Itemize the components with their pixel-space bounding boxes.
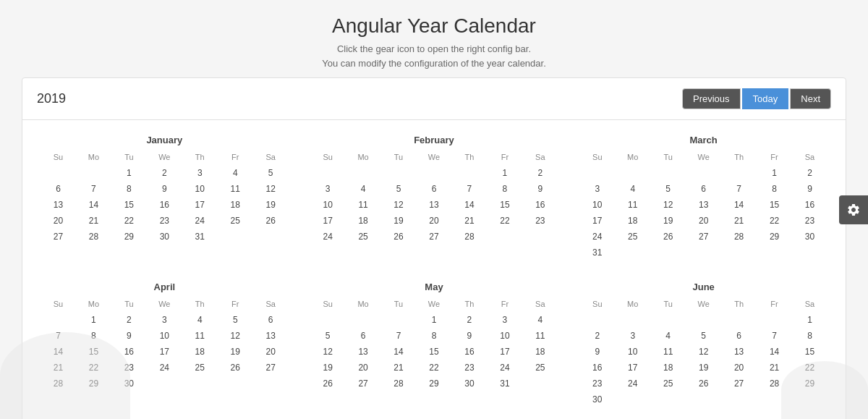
day-cell[interactable]: 12 — [310, 344, 346, 359]
day-cell[interactable]: 21 — [76, 213, 111, 228]
day-cell[interactable]: 1 — [792, 313, 827, 327]
day-cell[interactable]: 25 — [522, 360, 558, 375]
day-cell[interactable]: 26 — [381, 229, 417, 244]
day-cell[interactable]: 12 — [686, 344, 721, 359]
day-cell[interactable]: 4 — [650, 329, 686, 343]
day-cell[interactable]: 8 — [111, 182, 147, 196]
day-cell[interactable]: 1 — [487, 166, 522, 180]
day-cell[interactable]: 1 — [417, 313, 452, 327]
day-cell[interactable]: 20 — [253, 344, 289, 359]
day-cell[interactable]: 18 — [346, 213, 381, 228]
day-cell[interactable]: 20 — [41, 213, 76, 228]
day-cell[interactable]: 15 — [417, 344, 452, 359]
day-cell[interactable]: 6 — [686, 182, 721, 196]
day-cell[interactable]: 12 — [218, 329, 253, 343]
day-cell[interactable]: 15 — [792, 344, 827, 359]
day-cell[interactable]: 25 — [346, 229, 381, 244]
day-cell[interactable]: 25 — [182, 360, 218, 375]
day-cell[interactable]: 4 — [182, 313, 218, 327]
day-cell[interactable]: 10 — [487, 329, 522, 343]
day-cell[interactable]: 28 — [381, 376, 417, 391]
day-cell[interactable]: 5 — [686, 329, 721, 343]
day-cell[interactable]: 26 — [650, 229, 686, 244]
day-cell[interactable]: 21 — [451, 213, 487, 228]
day-cell[interactable]: 26 — [218, 360, 253, 375]
day-cell[interactable]: 17 — [615, 360, 650, 375]
day-cell[interactable]: 26 — [310, 376, 346, 391]
day-cell[interactable]: 4 — [218, 166, 253, 180]
day-cell[interactable]: 16 — [792, 198, 827, 212]
day-cell[interactable]: 19 — [253, 198, 289, 212]
day-cell[interactable]: 10 — [615, 344, 650, 359]
day-cell[interactable]: 17 — [182, 198, 218, 212]
day-cell[interactable]: 22 — [111, 213, 147, 228]
day-cell[interactable]: 21 — [721, 213, 757, 228]
day-cell[interactable]: 23 — [792, 213, 827, 228]
day-cell[interactable]: 7 — [451, 182, 487, 196]
day-cell[interactable]: 28 — [451, 229, 487, 244]
day-cell[interactable]: 31 — [487, 376, 522, 391]
day-cell[interactable]: 10 — [579, 198, 615, 212]
day-cell[interactable]: 5 — [381, 182, 417, 196]
day-cell[interactable]: 18 — [218, 198, 253, 212]
day-cell[interactable]: 24 — [579, 229, 615, 244]
day-cell[interactable]: 30 — [147, 229, 182, 244]
day-cell[interactable]: 12 — [381, 198, 417, 212]
day-cell[interactable]: 17 — [487, 344, 522, 359]
day-cell[interactable]: 14 — [451, 198, 487, 212]
day-cell[interactable]: 13 — [417, 198, 452, 212]
today-button[interactable]: Today — [742, 88, 789, 109]
day-cell[interactable]: 8 — [792, 329, 827, 343]
day-cell[interactable]: 5 — [650, 182, 686, 196]
day-cell[interactable]: 2 — [111, 313, 147, 327]
day-cell[interactable]: 10 — [147, 329, 182, 343]
day-cell[interactable]: 13 — [346, 344, 381, 359]
day-cell[interactable]: 2 — [792, 166, 827, 180]
day-cell[interactable]: 29 — [111, 229, 147, 244]
day-cell[interactable]: 14 — [76, 198, 111, 212]
day-cell[interactable]: 17 — [310, 213, 346, 228]
day-cell[interactable]: 27 — [346, 376, 381, 391]
day-cell[interactable]: 4 — [346, 182, 381, 196]
day-cell[interactable]: 6 — [253, 313, 289, 327]
day-cell[interactable]: 31 — [182, 229, 218, 244]
day-cell[interactable]: 20 — [686, 213, 721, 228]
day-cell[interactable]: 7 — [381, 329, 417, 343]
day-cell[interactable]: 18 — [615, 213, 650, 228]
day-cell[interactable]: 23 — [451, 360, 487, 375]
day-cell[interactable]: 7 — [76, 182, 111, 196]
day-cell[interactable]: 8 — [757, 182, 792, 196]
day-cell[interactable]: 10 — [310, 198, 346, 212]
day-cell[interactable]: 2 — [522, 166, 558, 180]
gear-button[interactable] — [839, 195, 868, 224]
day-cell[interactable]: 6 — [721, 329, 757, 343]
day-cell[interactable]: 26 — [253, 213, 289, 228]
day-cell[interactable]: 19 — [650, 213, 686, 228]
day-cell[interactable]: 3 — [147, 313, 182, 327]
day-cell[interactable]: 24 — [487, 360, 522, 375]
day-cell[interactable]: 20 — [346, 360, 381, 375]
day-cell[interactable]: 6 — [41, 182, 76, 196]
day-cell[interactable]: 27 — [41, 229, 76, 244]
day-cell[interactable]: 8 — [487, 182, 522, 196]
day-cell[interactable]: 25 — [218, 213, 253, 228]
day-cell[interactable]: 2 — [451, 313, 487, 327]
day-cell[interactable]: 17 — [579, 213, 615, 228]
day-cell[interactable]: 12 — [253, 182, 289, 196]
day-cell[interactable]: 16 — [451, 344, 487, 359]
day-cell[interactable]: 9 — [792, 182, 827, 196]
day-cell[interactable]: 30 — [579, 392, 615, 407]
day-cell[interactable]: 12 — [650, 198, 686, 212]
day-cell[interactable]: 3 — [182, 166, 218, 180]
day-cell[interactable]: 9 — [522, 182, 558, 196]
day-cell[interactable]: 14 — [381, 344, 417, 359]
day-cell[interactable]: 19 — [381, 213, 417, 228]
day-cell[interactable]: 22 — [757, 213, 792, 228]
day-cell[interactable]: 14 — [757, 344, 792, 359]
day-cell[interactable]: 15 — [757, 198, 792, 212]
day-cell[interactable]: 26 — [686, 376, 721, 391]
day-cell[interactable]: 7 — [757, 329, 792, 343]
day-cell[interactable]: 28 — [76, 229, 111, 244]
day-cell[interactable]: 11 — [650, 344, 686, 359]
day-cell[interactable]: 27 — [253, 360, 289, 375]
